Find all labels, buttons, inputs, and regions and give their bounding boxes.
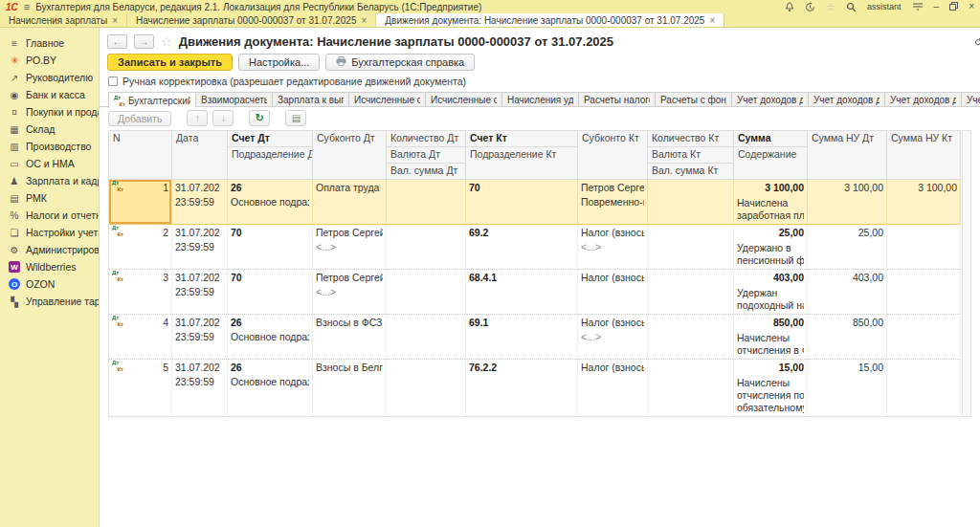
- service-menu-icon[interactable]: [912, 2, 924, 11]
- cell-debit-account[interactable]: 70: [228, 225, 313, 270]
- get-link-icon[interactable]: [974, 35, 980, 48]
- cell-amount-nu-dt[interactable]: 15,00: [808, 360, 887, 417]
- col-header-debit-currency[interactable]: Валюта Дт: [387, 147, 466, 164]
- save-and-close-button[interactable]: Записать и закрыть: [107, 54, 233, 71]
- cell-debit-qty[interactable]: [387, 180, 466, 225]
- register-tab[interactable]: ДтКтБухгалтерский и ...: [108, 92, 196, 108]
- cell-debit-qty[interactable]: [387, 270, 466, 315]
- register-tab[interactable]: Исчисленные отч...: [349, 92, 426, 106]
- cell-credit-qty[interactable]: [648, 360, 734, 417]
- forward-button[interactable]: →: [134, 34, 154, 49]
- sidebar-item-администрирование[interactable]: ⚙Администрирование: [0, 241, 99, 258]
- mdi-tab[interactable]: Начисление зарплаты 0000-000037 от 31.07…: [127, 13, 376, 27]
- col-header-amount[interactable]: Сумма: [734, 131, 808, 147]
- table-row[interactable]: ДтКт131.07.20223:59:5926Основное подразд…: [109, 180, 961, 225]
- vertical-scrollbar[interactable]: [962, 130, 971, 417]
- cell-amount-nu-kt[interactable]: [887, 360, 961, 417]
- cell-amount[interactable]: 3 100,00Начисленазаработная плата: [734, 180, 808, 225]
- col-header-debit-account[interactable]: Счет Дт: [228, 131, 313, 147]
- sidebar-item-налоги-и-отчетность[interactable]: %Налоги и отчетность: [0, 207, 99, 224]
- cell-amount-nu-dt[interactable]: 3 100,00: [808, 180, 887, 225]
- cell-n[interactable]: ДтКт1: [109, 180, 172, 225]
- search-icon[interactable]: [846, 2, 857, 12]
- sidebar-item-ozon[interactable]: OOZON: [0, 275, 99, 293]
- settings-button[interactable]: Настройка...: [238, 54, 320, 71]
- col-header-debit-subconto[interactable]: Субконто Дт: [313, 131, 387, 180]
- close-tab-icon[interactable]: ×: [362, 15, 368, 26]
- cell-debit-account[interactable]: 26Основное подразделение: [228, 180, 313, 225]
- sidebar-item-wildberries[interactable]: WWildberries: [0, 258, 99, 275]
- sidebar-item-производство[interactable]: ▥Производство: [0, 138, 99, 155]
- cell-amount[interactable]: 25,00Удержано впенсионный фонд: [734, 225, 808, 270]
- minimize-button[interactable]: –: [934, 2, 940, 11]
- sidebar-item-управление-тарифом[interactable]: ▚Управление тарифом: [0, 293, 99, 310]
- history-icon[interactable]: [805, 2, 815, 12]
- cell-debit-account[interactable]: 26Основное подразделение: [228, 360, 313, 417]
- favorite-star-icon[interactable]: ☆: [161, 34, 172, 49]
- cell-amount-nu-kt[interactable]: 3 100,00: [887, 180, 961, 225]
- cell-n[interactable]: ДтКт2: [109, 225, 172, 270]
- cell-date[interactable]: 31.07.20223:59:59: [172, 225, 228, 270]
- col-header-debit-qty[interactable]: Количество Дт: [387, 131, 466, 147]
- col-header-credit-subconto[interactable]: Субконто Кт: [578, 131, 648, 180]
- cell-debit-subconto[interactable]: Взносы в ФСЗН: [313, 315, 387, 360]
- add-row-button[interactable]: Добавить: [108, 111, 171, 126]
- hamburger-menu-icon[interactable]: ≡: [24, 1, 30, 12]
- cell-debit-subconto[interactable]: Взносы в Белгосс...: [313, 360, 387, 417]
- register-tab[interactable]: Начисления удер...: [502, 92, 579, 106]
- sidebar-item-зарплата-и-кадры[interactable]: ♟Зарплата и кадры: [0, 172, 99, 189]
- register-tab[interactable]: Исчисленные стр...: [426, 92, 502, 106]
- table-row[interactable]: ДтКт231.07.20223:59:5970Петров Сергей Ив…: [109, 225, 961, 270]
- col-header-credit-department[interactable]: Подразделение Кт: [466, 147, 578, 180]
- cell-credit-qty[interactable]: [648, 315, 734, 360]
- refresh-button[interactable]: ↻: [249, 110, 270, 126]
- sidebar-item-рмк[interactable]: ▤РМК: [0, 189, 99, 207]
- current-user-label[interactable]: assistant: [867, 2, 902, 11]
- register-tab[interactable]: Учет доходов для...: [732, 92, 809, 106]
- cell-amount[interactable]: 15,00Начисленыотчисления пообязательному…: [734, 360, 808, 417]
- cell-amount-nu-kt[interactable]: [887, 315, 961, 360]
- register-tab[interactable]: Учет доходов для...: [809, 92, 885, 106]
- cell-date[interactable]: 31.07.20223:59:59: [172, 180, 228, 225]
- cell-n[interactable]: ДтКт5: [109, 360, 172, 417]
- cell-credit-account[interactable]: 69.1: [466, 315, 578, 360]
- cell-credit-subconto[interactable]: Налог (взносы): н...: [578, 270, 648, 315]
- cell-amount-nu-dt[interactable]: 850,00: [808, 315, 887, 360]
- col-header-debit-cur-amount[interactable]: Вал. сумма Дт: [387, 164, 466, 180]
- cell-date[interactable]: 31.07.20223:59:59: [172, 270, 228, 315]
- col-header-credit-qty[interactable]: Количество Кт: [648, 131, 734, 147]
- sidebar-item-банк-и-касса[interactable]: ◉Банк и касса: [0, 86, 99, 103]
- cell-credit-subconto[interactable]: Петров Сергей Ив...Повременно-прем...: [578, 180, 648, 225]
- close-tab-icon[interactable]: ×: [112, 15, 118, 26]
- cell-date[interactable]: 31.07.20223:59:59: [172, 315, 228, 360]
- col-header-debit-department[interactable]: Подразделение Дт: [228, 147, 313, 180]
- register-tab[interactable]: Взаиморасчеты с...: [196, 92, 273, 106]
- cell-debit-subconto[interactable]: Оплата труда: [313, 180, 387, 225]
- cell-debit-qty[interactable]: [387, 225, 466, 270]
- cell-amount-nu-kt[interactable]: [887, 225, 961, 270]
- table-row[interactable]: ДтКт331.07.20223:59:5970Петров Сергей Ив…: [109, 270, 961, 315]
- col-header-amount-nu-kt[interactable]: Сумма НУ Кт: [887, 131, 961, 180]
- sidebar-item-главное[interactable]: ≡Главное: [0, 34, 99, 52]
- register-tab[interactable]: Зарплата к выплате: [273, 92, 349, 106]
- move-up-button[interactable]: ↑: [187, 110, 208, 126]
- cell-amount[interactable]: 403,00Удержанподоходный налог: [734, 270, 808, 315]
- col-header-amount-nu-dt[interactable]: Сумма НУ Дт: [808, 131, 887, 180]
- cell-credit-account[interactable]: 69.2: [466, 225, 578, 270]
- col-header-content[interactable]: Содержание: [734, 147, 808, 180]
- notifications-bell-icon[interactable]: [785, 2, 794, 12]
- accounting-reference-button[interactable]: Бухгалтерская справка: [325, 54, 475, 71]
- cell-amount-nu-kt[interactable]: [887, 270, 961, 315]
- cell-n[interactable]: ДтКт3: [109, 270, 172, 315]
- close-window-button[interactable]: ×: [969, 2, 974, 11]
- sidebar-item-настройки-учета[interactable]: ❏Настройки учета: [0, 224, 99, 241]
- col-header-credit-cur-amount[interactable]: Вал. сумма Кт: [648, 164, 734, 180]
- close-tab-icon[interactable]: ×: [709, 15, 715, 26]
- cell-amount-nu-dt[interactable]: 25,00: [808, 225, 887, 270]
- col-header-credit-currency[interactable]: Валюта Кт: [648, 147, 734, 164]
- cell-debit-account[interactable]: 26Основное подразделение: [228, 315, 313, 360]
- move-down-button[interactable]: ↓: [212, 110, 234, 126]
- table-row[interactable]: ДтКт431.07.20223:59:5926Основное подразд…: [109, 315, 961, 360]
- col-header-credit-account[interactable]: Счет Кт: [466, 131, 578, 147]
- cell-credit-qty[interactable]: [648, 180, 734, 225]
